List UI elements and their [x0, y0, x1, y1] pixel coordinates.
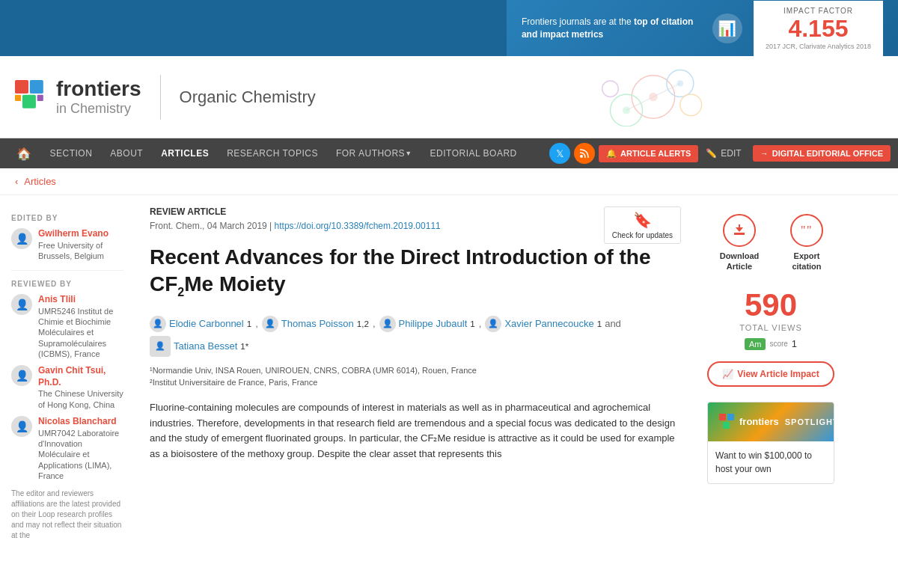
nav-about[interactable]: ABOUT — [101, 138, 152, 168]
svg-text:": " — [801, 224, 806, 236]
author-sup-2: 1,2 — [357, 319, 369, 328]
author-sep-3: , — [479, 318, 482, 329]
editor-avatar: 👤 — [11, 228, 32, 249]
rss-button[interactable] — [574, 143, 595, 164]
affiliation-2: ²Institut Universitaire de France, Paris… — [150, 376, 681, 389]
sidebar-disclaimer: The editor and reviewers affiliations ar… — [11, 489, 123, 541]
spotlight-text: Want to win $100,000 to host your own — [708, 441, 834, 483]
editor-name[interactable]: Gwilherm Evano — [38, 228, 123, 240]
reviewer-affiliation-1: UMR5246 Institut de Chimie et Biochimie … — [38, 306, 123, 359]
arrow-icon: → — [760, 149, 769, 158]
reviewer-name-1[interactable]: Anis Tlili — [38, 294, 123, 306]
reviewer-avatar-2: 👤 — [11, 365, 32, 386]
header-divider — [160, 75, 161, 120]
svg-text:": " — [807, 224, 812, 236]
twitter-button[interactable]: 𝕏 — [549, 143, 570, 164]
view-article-impact-button[interactable]: 📈 View Article Impact — [707, 361, 834, 387]
chart-icon: 📈 — [722, 369, 733, 379]
author-item-4: 👤 Xavier Pannecoucke1 and — [485, 316, 620, 332]
edit-button[interactable]: ✏️ EDIT — [698, 148, 748, 159]
svg-line-9 — [626, 97, 653, 111]
check-updates-button[interactable]: 🔖 Check for updates — [604, 206, 681, 244]
author-avatar-5: 👤 — [150, 336, 171, 357]
breadcrumb-articles-link[interactable]: Articles — [24, 176, 56, 187]
header-decoration — [316, 67, 883, 126]
nav-social-links: 𝕏 — [549, 143, 595, 164]
article-meta: Front. Chem., 04 March 2019 | https://do… — [150, 221, 681, 231]
article-title-text2: Me Moiety — [184, 272, 285, 295]
reviewer-name-2[interactable]: Gavin Chit Tsui, Ph.D. — [38, 365, 123, 388]
author-item-1: 👤 Elodie Carbonnel1 — [150, 316, 251, 332]
nav-for-authors[interactable]: FOR AUTHORS ▼ — [327, 138, 421, 168]
altmetric-label: score — [769, 340, 787, 348]
svg-point-13 — [680, 94, 702, 116]
reviewer-item-2: 👤 Gavin Chit Tsui, Ph.D. The Chinese Uni… — [11, 365, 123, 410]
article-alerts-button[interactable]: 🔔 ARTICLE ALERTS — [599, 145, 698, 162]
author-sup-1: 1 — [247, 319, 251, 328]
spotlight-box: frontiers SPOTLIGHT Want to win $100,000… — [707, 402, 834, 484]
author-name-4[interactable]: Xavier Pannecoucke — [504, 318, 593, 329]
export-citation-button[interactable]: "" Export citation — [779, 214, 834, 272]
svg-point-12 — [623, 106, 630, 114]
action-buttons: Download Article "" Export citation — [707, 214, 834, 272]
header-journal-name: Organic Chemistry — [180, 88, 316, 107]
article-type: REVIEW ARTICLE — [150, 206, 681, 217]
edited-by-label: EDITED BY — [11, 214, 123, 222]
nav-articles[interactable]: ARTICLES — [152, 138, 218, 168]
spotlight-header: frontiers SPOTLIGHT — [708, 402, 834, 441]
article-doi-link[interactable]: https://doi.org/10.3389/fchem.2019.00111 — [275, 221, 441, 231]
banner-metrics: Frontiers journals are at the top of cit… — [507, 0, 898, 56]
reviewer-item-3: 👤 Nicolas Blanchard UMR7042 Laboratoire … — [11, 416, 123, 481]
logo-text: frontiers in Chemistry — [56, 77, 141, 117]
svg-point-14 — [602, 81, 618, 97]
author-sup-3: 1 — [470, 319, 474, 328]
altmetric-badge: Am score 1 — [707, 338, 834, 350]
check-updates-label: Check for updates — [612, 231, 673, 239]
author-sep-2: , — [373, 318, 376, 329]
reviewer-affiliation-3: UMR7042 Laboratoire d'Innovation Molécul… — [38, 428, 123, 481]
author-name-2[interactable]: Thomas Poisson — [281, 318, 354, 329]
download-label: Download Article — [707, 251, 772, 272]
nav-section[interactable]: SECTION — [41, 138, 102, 168]
author-name-5[interactable]: Tatiana Besset — [174, 340, 237, 352]
editor-item: 👤 Gwilherm Evano Free University of Brus… — [11, 228, 123, 261]
nav-research-topics[interactable]: RESEARCH TOPICS — [218, 138, 327, 168]
impact-label: IMPACT FACTOR — [766, 7, 871, 15]
svg-point-11 — [676, 80, 683, 87]
svg-rect-16 — [734, 233, 745, 234]
article-title-sub: 2 — [177, 286, 184, 298]
svg-point-10 — [649, 93, 657, 101]
reviewer-name-3[interactable]: Nicolas Blanchard — [38, 416, 123, 428]
spotlight-body-text: Want to win $100,000 to host your own — [715, 450, 812, 474]
author-name-3[interactable]: Philippe Jubault — [399, 318, 468, 329]
nav-home[interactable]: 🏠 — [7, 138, 41, 168]
author-item-5: 👤 Tatiana Besset1* — [150, 336, 248, 357]
author-item-3: 👤 Philippe Jubault1 — [379, 316, 475, 332]
article-title: Recent Advances for the Direct Introduct… — [150, 244, 681, 301]
svg-rect-4 — [37, 95, 43, 101]
header-background — [316, 67, 883, 126]
author-name-1[interactable]: Elodie Carbonnel — [169, 318, 244, 329]
download-icon — [723, 214, 756, 247]
author-avatar-1: 👤 — [150, 316, 166, 332]
reviewer-affiliation-2: The Chinese University of Hong Kong, Chi… — [38, 388, 123, 410]
banner-text: Frontiers journals are at the top of cit… — [522, 16, 701, 41]
author-item-2: 👤 Thomas Poisson1,2 — [262, 316, 369, 332]
altmetric-number: 1 — [792, 338, 797, 349]
nav-editorial-board[interactable]: EDITORIAL BOARD — [421, 138, 526, 168]
author-and: and — [605, 318, 621, 329]
author-avatar-4: 👤 — [485, 316, 501, 332]
svg-rect-2 — [22, 95, 36, 108]
reviewed-by-label: REVIEWED BY — [11, 280, 123, 288]
download-article-button[interactable]: Download Article — [707, 214, 772, 272]
article-date: 04 March 2019 — [207, 221, 267, 231]
total-views-label: TOTAL VIEWS — [707, 323, 834, 332]
authors-line: 👤 Elodie Carbonnel1 , 👤 Thomas Poisson1,… — [150, 316, 681, 357]
reviewer-item-1: 👤 Anis Tlili UMR5246 Institut de Chimie … — [11, 294, 123, 359]
digital-editorial-button[interactable]: → DIGITAL EDITORIAL OFFICE — [753, 145, 891, 162]
author-sup-4: 1 — [597, 319, 602, 328]
svg-rect-19 — [739, 224, 740, 230]
svg-rect-22 — [719, 414, 726, 420]
author-sup-5: 1* — [240, 341, 248, 351]
right-sidebar: Download Article "" Export citation 590 … — [696, 206, 846, 548]
